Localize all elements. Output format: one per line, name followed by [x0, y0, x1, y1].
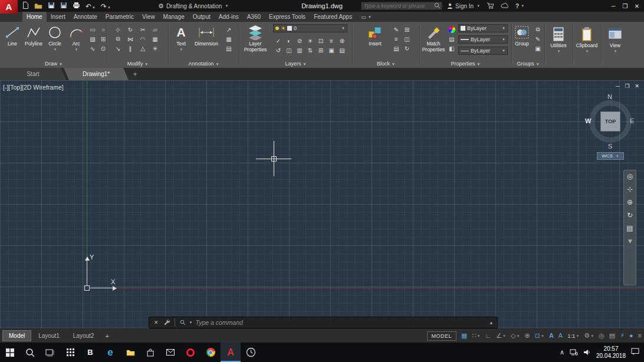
pinned-app-grid-icon[interactable] [60, 343, 80, 362]
search-icon[interactable] [434, 1, 441, 11]
drawing-restore-button[interactable]: ❐ [625, 83, 629, 89]
task-view-icon[interactable] [40, 343, 60, 362]
ribbon-tab-parametric[interactable]: Parametric [101, 12, 138, 22]
annotation-visibility-icon[interactable]: A [549, 333, 554, 339]
layer-walk-icon[interactable]: ⊕ [337, 36, 347, 45]
modify-panel-caption[interactable]: Modify▼ [108, 60, 167, 67]
start-button[interactable] [0, 343, 20, 362]
clipboard-panel-button[interactable]: Clipboard ▼ [577, 25, 597, 54]
quick-properties-icon[interactable]: ▤ [609, 333, 615, 339]
stretch-tool-icon[interactable]: ↘ [113, 44, 123, 53]
rectangle-tool-icon[interactable]: ▭ [87, 25, 98, 34]
rotate-tool-icon[interactable]: ↻ [125, 25, 136, 34]
viewcube[interactable]: N S W E TOP [584, 93, 638, 152]
trim-tool-icon[interactable]: ✂ [137, 25, 148, 34]
layer-change-icon[interactable]: ⇅ [305, 45, 316, 55]
steering-wheel-icon[interactable]: ◎ [627, 173, 633, 180]
command-customize-wrench-icon[interactable] [163, 317, 170, 328]
properties-list-icon[interactable]: ▤ [446, 34, 457, 44]
annotation-scale-control[interactable]: 1:1▼ [567, 333, 579, 339]
showmotion-icon[interactable]: ▤ [626, 225, 633, 232]
dimension-tool-button[interactable]: Dimension [193, 24, 220, 47]
create-block-icon[interactable]: ⊞ [402, 25, 412, 34]
match-properties-button[interactable]: Match Properties [422, 24, 445, 52]
groups-panel-caption[interactable]: Groups▼ [512, 60, 544, 67]
new-drawing-button[interactable] [22, 1, 29, 11]
table-tool-icon[interactable]: ▦ [224, 34, 234, 44]
restore-button[interactable]: ❐ [619, 0, 631, 12]
viewcube-north[interactable]: N [607, 93, 612, 100]
array-tool-icon[interactable]: ▦ [150, 34, 160, 44]
command-input[interactable]: ▼ Type a command [175, 317, 489, 328]
hardware-acceleration-icon[interactable]: ● [629, 333, 633, 339]
ribbon-tab-a360[interactable]: A360 [243, 12, 265, 22]
layer-dropdown-caret-icon[interactable]: ▼ [341, 27, 345, 30]
ortho-mode-icon[interactable]: ∟ [485, 333, 491, 339]
group-manager-icon[interactable]: ▣ [533, 44, 543, 53]
autocad-app-menu-button[interactable]: A [0, 0, 18, 14]
edge-browser-icon[interactable]: e [100, 343, 120, 362]
erase-tool-icon[interactable]: ▱ [150, 25, 160, 34]
view-caret-icon[interactable]: ▼ [614, 49, 617, 55]
search-input[interactable] [362, 3, 434, 9]
minimize-button[interactable]: ─ [607, 0, 619, 12]
command-caret-icon[interactable]: ▼ [189, 321, 193, 324]
taskbar-clock[interactable]: 20:57 20.04.2018 [596, 345, 626, 359]
annotation-autoscale-icon[interactable]: A [558, 333, 563, 339]
file-explorer-icon[interactable] [120, 343, 140, 362]
manage-attributes-icon[interactable]: ▤ [391, 44, 402, 53]
circle-caret-icon[interactable]: ▼ [54, 47, 57, 53]
ribbon-display-toggle[interactable]: ▭▼ [361, 12, 371, 22]
arc-tool-button[interactable]: Arc ▼ [66, 24, 86, 52]
new-drawing-tab-button[interactable]: + [129, 68, 142, 80]
group-edit-icon[interactable]: ✎ [533, 34, 543, 44]
copy-tool-icon[interactable]: ⧉ [113, 34, 123, 44]
viewport-controls[interactable]: [-][Top][2D Wireframe] [3, 84, 64, 91]
object-snap-icon[interactable]: ⊡▼ [535, 333, 544, 339]
sync-attributes-icon[interactable]: ↻ [402, 44, 412, 53]
pan-icon[interactable]: ⊹ [627, 186, 633, 193]
pinned-app-b-icon[interactable]: B [80, 343, 100, 362]
workspace-switcher[interactable]: ⚙ Drafting & Annotation ▼ [158, 0, 228, 12]
offset-tool-icon[interactable]: ∥ [125, 44, 136, 53]
volume-icon[interactable] [583, 347, 591, 358]
scale-tool-icon[interactable]: △ [137, 44, 148, 53]
layer-properties-button[interactable]: Layer Properties [242, 24, 268, 52]
ribbon-tab-manage[interactable]: Manage [159, 12, 189, 22]
graphics-performance-icon[interactable]: ⚡ [620, 333, 625, 339]
layer-isolate-icon[interactable]: ◐ [284, 36, 294, 45]
taskbar-search-icon[interactable] [20, 343, 40, 362]
opera-browser-icon[interactable] [180, 343, 201, 362]
text-caret-icon[interactable]: ▼ [180, 47, 183, 53]
drawing-close-button[interactable]: ✕ [635, 83, 639, 89]
wcs-menu[interactable]: WCS ▼ [597, 152, 624, 160]
leader-tool-icon[interactable]: ↗ [224, 25, 234, 34]
isometric-drafting-icon[interactable]: ◇▼ [511, 333, 520, 339]
annotation-panel-caption[interactable]: Annotation▼ [169, 60, 238, 67]
define-attributes-icon[interactable]: ◫ [402, 34, 412, 44]
viewcube-east[interactable]: E [630, 117, 634, 124]
workspace-switching-icon[interactable]: ⚙▼ [584, 333, 594, 339]
autocad-taskbar-icon[interactable]: A [221, 343, 241, 362]
command-search-icon[interactable] [180, 317, 186, 328]
close-button[interactable]: ✕ [631, 0, 643, 12]
plot-button[interactable] [73, 1, 80, 11]
undo-button[interactable]: ↶▼ [86, 1, 96, 11]
properties-panel-caption[interactable]: Properties▼ [420, 60, 511, 67]
ribbon-tab-home[interactable]: Home [22, 12, 47, 22]
navbar-caret-icon[interactable]: ▼ [627, 238, 634, 245]
transparency-icon[interactable]: ◧ [446, 44, 457, 53]
view-panel-button[interactable]: View ▼ [605, 25, 625, 54]
linetype-dropdown[interactable]: ByLayer ▼ [458, 47, 508, 55]
ribbon-tab-insert[interactable]: Insert [47, 12, 70, 22]
fillet-tool-icon[interactable]: ◠ [137, 34, 148, 44]
network-icon[interactable] [570, 347, 578, 358]
spline-tool-icon[interactable]: ∿ [87, 44, 98, 53]
layer-copy-icon[interactable]: ⊞ [316, 45, 326, 55]
layer-delete-icon[interactable]: ▥ [294, 45, 305, 55]
snap-mode-icon[interactable]: ∷▼ [472, 333, 481, 339]
edit-attributes-icon[interactable]: ≡ [391, 34, 402, 44]
file-tab-drawing1[interactable]: Drawing1* [64, 68, 129, 80]
stay-connected-button[interactable] [501, 3, 509, 9]
open-button[interactable] [34, 1, 42, 11]
